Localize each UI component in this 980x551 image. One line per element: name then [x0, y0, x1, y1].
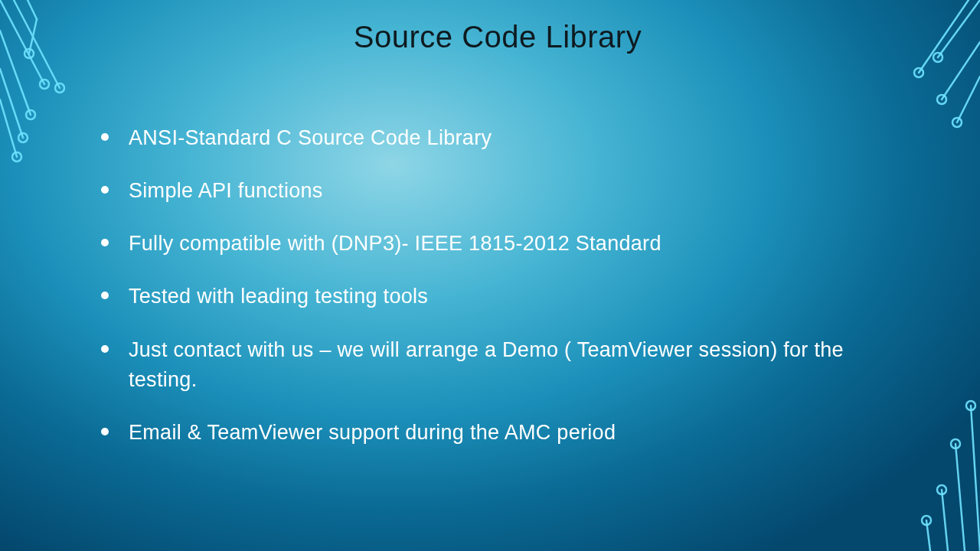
slide-title: Source Code Library: [100, 20, 896, 54]
circuit-decoration-bottom-right: [888, 352, 980, 551]
svg-line-5: [0, 31, 31, 115]
svg-point-21: [922, 516, 931, 525]
bullet-item: Just contact with us – we will arrange a…: [100, 335, 896, 395]
bullet-item: Tested with leading testing tools: [100, 282, 896, 311]
svg-point-20: [937, 485, 946, 494]
svg-point-19: [951, 439, 960, 448]
svg-point-17: [952, 118, 962, 127]
bullet-item: Simple API functions: [100, 176, 896, 206]
svg-line-6: [0, 69, 23, 138]
svg-line-0: [0, 0, 44, 84]
svg-line-4: [29, 19, 37, 54]
svg-point-14: [933, 53, 942, 62]
svg-point-8: [40, 80, 49, 89]
svg-line-7: [0, 99, 17, 157]
svg-point-12: [18, 133, 28, 142]
bullet-item: Email & TeamViewer support during the AM…: [100, 418, 896, 448]
svg-point-13: [12, 152, 21, 161]
svg-line-1: [14, 0, 60, 88]
bullet-item: ANSI-Standard C Source Code Library: [100, 123, 896, 153]
svg-point-9: [55, 83, 64, 93]
svg-point-11: [26, 110, 35, 119]
bullet-list: ANSI-Standard C Source Code Library Simp…: [100, 123, 896, 448]
presentation-slide: Source Code Library ANSI-Standard C Sour…: [0, 0, 980, 551]
svg-line-2: [28, 0, 37, 19]
svg-point-18: [966, 401, 975, 410]
svg-point-10: [24, 49, 34, 58]
circuit-decoration-top-left: [0, 0, 107, 176]
svg-point-15: [914, 68, 923, 77]
bullet-item: Fully compatible with (DNP3)- IEEE 1815-…: [100, 229, 896, 259]
svg-point-16: [937, 95, 946, 104]
